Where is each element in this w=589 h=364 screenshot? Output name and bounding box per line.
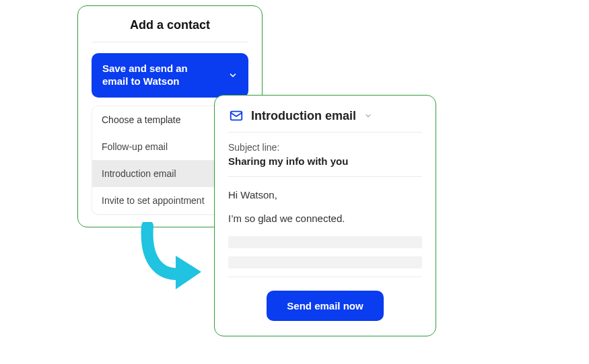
subject-block: Subject line: Sharing my info with you: [228, 133, 422, 177]
save-send-email-button[interactable]: Save and send an email to Watson: [92, 53, 248, 98]
panel-title: Add a contact: [92, 18, 248, 42]
template-option-label: Introduction email: [102, 168, 176, 179]
email-template-title: Introduction email: [251, 109, 356, 123]
send-email-button[interactable]: Send email now: [267, 291, 383, 321]
save-send-email-label: Save and send an email to Watson: [102, 63, 210, 88]
mail-icon: [228, 108, 244, 124]
email-body-line: I’m so glad we connected.: [228, 213, 422, 224]
subject-value: Sharing my info with you: [228, 155, 422, 167]
email-header: Introduction email: [228, 108, 422, 133]
flow-arrow-icon: [131, 222, 205, 299]
subject-label: Subject line:: [228, 142, 422, 153]
chevron-down-icon[interactable]: [364, 112, 372, 120]
email-greeting: Hi Watson,: [228, 189, 422, 201]
email-body-placeholder: [228, 236, 422, 248]
email-body-placeholder: [228, 256, 422, 268]
divider: [228, 277, 422, 277]
email-preview-panel: Introduction email Subject line: Sharing…: [214, 95, 436, 336]
chevron-down-icon: [228, 71, 238, 80]
